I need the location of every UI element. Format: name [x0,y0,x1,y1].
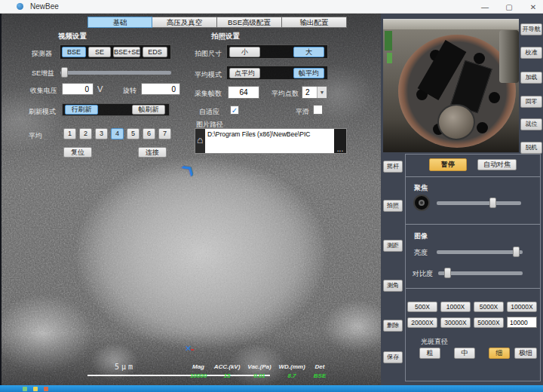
detector-bse-button[interactable]: BSE [62,47,86,57]
detector-se-button[interactable]: SE [88,47,111,57]
brightness-slider[interactable] [437,250,523,254]
mag-1000x-button[interactable]: 1000X [440,302,471,312]
autofocus-button[interactable]: 自动对焦 [477,159,517,170]
detector-label: 探测器 [32,49,52,59]
video-settings-title: 视频设置 [58,32,87,41]
pause-button[interactable]: 暂停 [429,158,467,171]
spot-size-title: 光斑直径 [421,337,448,347]
connect-button[interactable]: 连接 [138,147,167,158]
detector-eds-button[interactable]: EDS [143,47,167,57]
control-panel: 开导航 校准 加载 回零 就位 脱机 摇杆 拍照 测距 测角 删除 保存 暂停 … [381,14,543,385]
mag-50000x-button[interactable]: 50000X [474,317,504,328]
offline-button[interactable]: 脱机 [520,142,542,154]
measure-angle-button[interactable]: 测角 [383,280,403,292]
spot-ultrafine-button[interactable]: 极细 [514,348,537,359]
calibrate-button[interactable]: 校准 [520,47,542,59]
points-select[interactable]: 2 ▼ [302,86,327,99]
path-image-icon[interactable]: 凸 [195,129,205,153]
window-title: NewBee [30,2,59,11]
reset-button[interactable]: 复位 [63,147,92,158]
app-window: NewBee — ▢ ✕ 基础 高压及真空 BSE高级配置 输出配置 视频设置 … [0,0,543,392]
refresh-mode-label: 刷新模式 [29,107,56,117]
voltage-unit-label: V [97,84,103,93]
spot-fine-button[interactable]: 细 [489,348,510,359]
home-button[interactable]: 回零 [520,96,542,108]
spot-coarse-button[interactable]: 粗 [419,348,440,359]
smooth-label: 平滑 [296,107,309,117]
in-position-button[interactable]: 就位 [520,118,542,130]
collect-voltage-label: 收集电压 [30,86,57,96]
average-1-button[interactable]: 1 [63,128,76,139]
joystick-button[interactable]: 摇杆 [383,161,403,173]
collect-voltage-input[interactable] [62,83,94,95]
save-button[interactable]: 保存 [383,351,403,363]
status-vac: Vac.(Pa) 0.01 [244,363,275,379]
avg-point-button[interactable]: 点平均 [229,68,260,78]
sem-viewport[interactable]: 基础 高压及真空 BSE高级配置 输出配置 视频设置 探测器 BSE SE BS… [0,14,381,385]
refresh-row-button[interactable]: 行刷新 [65,105,98,115]
open-nav-button[interactable]: 开导航 [520,23,542,35]
tab-bse-advanced[interactable]: BSE高级配置 [217,17,282,28]
avg-frame-button[interactable]: 帧平均 [293,68,324,78]
chevron-down-icon: ▼ [317,87,327,98]
average-5-button[interactable]: 5 [127,128,140,139]
close-button[interactable]: ✕ [526,3,540,11]
refresh-frame-button[interactable]: 帧刷新 [132,105,165,115]
points-label: 平均点数 [272,89,299,99]
browse-button[interactable]: ... [334,129,346,153]
status-mag: Mag 10000 [186,363,210,379]
load-button[interactable]: 加载 [520,72,542,84]
delete-button[interactable]: 删除 [383,320,403,332]
path-input[interactable]: D:\Program Files (x86)\NewBee\PIC [205,129,334,153]
path-box: 凸 D:\Program Files (x86)\NewBee\PIC ... [195,128,347,154]
size-large-button[interactable]: 大 [293,47,324,57]
tab-output-config[interactable]: 输出配置 [282,17,347,28]
measure-distance-button[interactable]: 测距 [383,240,403,252]
tab-hv-vacuum[interactable]: 高压及真空 [152,17,217,28]
mag-500x-button[interactable]: 500X [407,302,437,312]
spot-medium-button[interactable]: 中 [454,348,475,359]
smooth-checkbox[interactable] [313,105,323,115]
chamber-camera-view [383,19,519,152]
size-small-button[interactable]: 小 [229,47,260,57]
focus-knob[interactable] [413,194,430,211]
app-icon [17,3,23,10]
frames-label: 采集帧数 [195,89,222,99]
status-wd: WD.(mm) 8.7 [275,363,308,379]
status-acc: ACC.(kV) 15 [210,363,244,379]
mag-5000x-button[interactable]: 5000X [474,302,504,312]
average-2-button[interactable]: 2 [79,128,92,139]
sample-stub [437,104,475,140]
se-gain-slider[interactable] [60,71,171,75]
average-4-button[interactable]: 4 [111,128,124,139]
contrast-slider-thumb[interactable] [444,268,451,278]
rotation-label: 旋转 [123,86,137,96]
mag-input[interactable] [507,317,537,328]
frames-input[interactable] [228,86,259,99]
snapshot-button[interactable]: 拍照 [383,200,403,212]
rotation-input[interactable] [141,83,180,95]
detector-bse-se-button[interactable]: BSE+SE [113,47,140,57]
mag-10000x-button[interactable]: 10000X [507,302,537,312]
tab-basic[interactable]: 基础 [87,17,152,28]
adaptive-checkbox[interactable]: ✓ [230,106,239,115]
minimize-button[interactable]: — [478,3,492,11]
titlebar: NewBee — ▢ ✕ [0,0,543,14]
mag-20000x-button[interactable]: 20000X [407,317,437,328]
mag-30000x-button[interactable]: 30000X [440,317,471,328]
average-3-button[interactable]: 3 [95,128,108,139]
status-det: Det BSE [308,363,331,379]
brightness-slider-thumb[interactable] [513,247,520,257]
contrast-slider[interactable] [438,271,523,275]
focus-slider[interactable] [437,201,521,205]
photo-settings-title: 拍照设置 [211,32,240,41]
average-6-button[interactable]: 6 [143,128,155,139]
points-select-value: 2 [302,87,317,98]
se-gain-slider-thumb[interactable] [61,67,68,78]
image-title: 图像 [414,231,428,241]
maximize-button[interactable]: ▢ [502,3,516,11]
focus-slider-thumb[interactable] [489,198,496,208]
average-7-button[interactable]: 7 [158,128,171,139]
avg-mode-label: 平均模式 [195,70,222,80]
windows-taskbar[interactable] [0,385,543,392]
